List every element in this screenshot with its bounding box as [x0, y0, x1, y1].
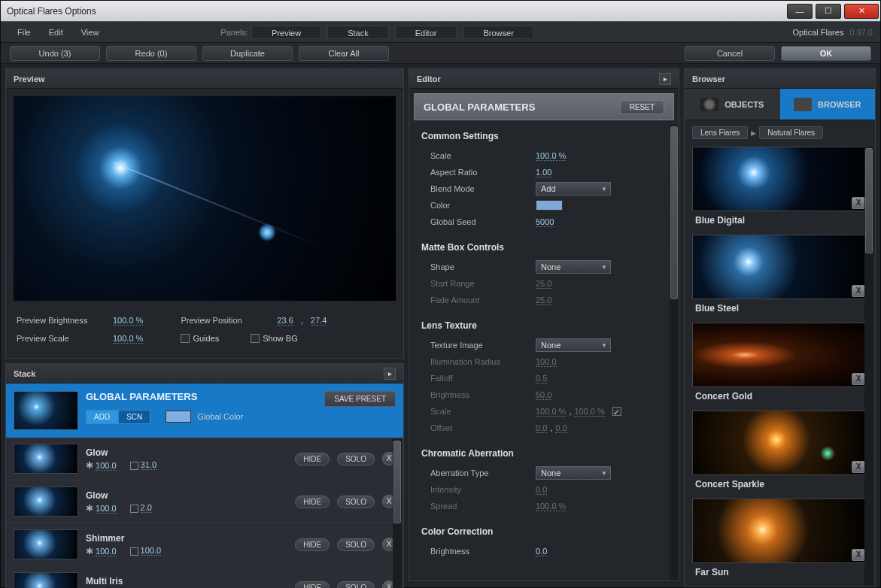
cancel-button[interactable]: Cancel [685, 46, 775, 61]
texture-select[interactable]: None [536, 338, 611, 352]
panels-label: Panels: [220, 28, 248, 37]
menu-edit[interactable]: Edit [40, 25, 72, 40]
tab-browser[interactable]: BROWSER [780, 89, 876, 120]
common-scale-value[interactable]: 100.0 % [536, 151, 566, 161]
browser-remove-button[interactable]: X [852, 549, 865, 561]
stack-item[interactable]: Multi Iris✱ 50.013.0HIDESOLOX [6, 566, 403, 588]
color-swatch[interactable] [536, 200, 563, 211]
save-preset-button[interactable]: SAVE PRESET [324, 391, 396, 407]
close-button[interactable]: ✕ [844, 4, 879, 19]
stack-global-header[interactable]: GLOBAL PARAMETERS ADD SCN Global Color S… [6, 383, 403, 438]
solo-button[interactable]: SOLO [337, 496, 375, 508]
stack-item-name: Multi Iris [86, 576, 287, 586]
seed-value[interactable]: 5000 [536, 217, 554, 227]
hide-button[interactable]: HIDE [295, 453, 330, 465]
preview-brightness-label: Preview Brightness [17, 316, 105, 325]
menu-view[interactable]: View [72, 25, 108, 40]
minimize-button[interactable]: — [787, 4, 813, 19]
fade-value[interactable]: 25.0 [536, 296, 551, 305]
preview-pos-x[interactable]: 23.6 [277, 316, 293, 326]
panel-btn-editor[interactable]: Editor [395, 26, 457, 39]
reset-button[interactable]: RESET [620, 100, 664, 114]
solo-button[interactable]: SOLO [337, 453, 375, 465]
preview-title: Preview [14, 74, 45, 83]
browser-remove-button[interactable]: X [852, 285, 865, 297]
star-icon: ✱ [86, 546, 93, 556]
redo-button[interactable]: Redo (0) [106, 46, 196, 61]
toolbar: Undo (3) Redo (0) Duplicate Clear All Ca… [1, 43, 880, 64]
tab-objects[interactable]: OBJECTS [685, 89, 780, 120]
editor-panel: Editor▸ GLOBAL PARAMETERS RESET Common S… [409, 68, 679, 581]
shape-select[interactable]: None [536, 260, 611, 274]
browser-remove-button[interactable]: X [852, 461, 865, 473]
stack-v2[interactable]: 31.0 [141, 460, 156, 470]
stack-global-thumb [14, 391, 78, 430]
solo-button[interactable]: SOLO [337, 538, 375, 551]
preview-brightness-value[interactable]: 100.0 % [113, 316, 143, 326]
stack-v1[interactable]: 100.0 [96, 461, 117, 471]
add-toggle[interactable]: ADD [86, 410, 118, 424]
maximize-button[interactable]: ☐ [816, 4, 841, 19]
browser-thumb: X [692, 235, 867, 299]
solo-button[interactable]: SOLO [337, 581, 375, 589]
hide-button[interactable]: HIDE [295, 538, 330, 551]
stack-v2[interactable]: 100.0 [141, 546, 162, 556]
guides-checkbox[interactable] [181, 334, 190, 343]
browser-item[interactable]: XConcert Sparkle [692, 411, 867, 496]
stack-thumb [14, 572, 78, 588]
aberration-select[interactable]: None [536, 466, 611, 480]
clearall-button[interactable]: Clear All [299, 46, 389, 61]
stack-item[interactable]: Shimmer✱ 100.0100.0HIDESOLOX [6, 523, 403, 566]
editor-scrollbar[interactable] [670, 125, 679, 580]
panel-btn-browser[interactable]: Browser [463, 26, 533, 39]
crumb-natural-flares[interactable]: Natural Flares [759, 126, 823, 139]
stack-v1[interactable]: 100.0 [96, 504, 117, 514]
duplicate-button[interactable]: Duplicate [202, 46, 293, 61]
browser-item-name: Far Sun [692, 563, 867, 583]
browser-title: Browser [692, 74, 725, 83]
browser-scrollbar[interactable] [864, 147, 873, 585]
stack-item[interactable]: Glow✱ 100.031.0HIDESOLOX [6, 438, 403, 480]
panel-btn-stack[interactable]: Stack [327, 26, 389, 39]
browser-remove-button[interactable]: X [852, 373, 865, 385]
browser-thumb: X [692, 323, 867, 387]
browser-item[interactable]: XBlue Steel [692, 235, 867, 320]
stack-global-title: GLOBAL PARAMETERS [86, 391, 317, 402]
stack-scrollbar[interactable] [393, 439, 402, 588]
editor-collapse-icon[interactable]: ▸ [659, 73, 671, 85]
browser-item[interactable]: XBlue Digital [692, 147, 867, 232]
undo-button[interactable]: Undo (3) [10, 46, 100, 61]
scn-toggle[interactable]: SCN [118, 410, 150, 424]
blend-select[interactable]: Add [536, 182, 611, 195]
breadcrumb: Lens Flares ▶ Natural Flares [685, 120, 875, 145]
browser-item[interactable]: XFar Sun [692, 499, 867, 583]
browser-item-name: Blue Digital [692, 211, 867, 232]
aspect-value[interactable]: 1.00 [536, 168, 551, 177]
stack-collapse-icon[interactable]: ▸ [384, 368, 396, 380]
stack-v1[interactable]: 100.0 [96, 547, 117, 556]
preview-viewport[interactable] [14, 96, 396, 301]
star-icon: ✱ [86, 460, 93, 471]
panel-btn-preview[interactable]: Preview [251, 26, 321, 39]
crumb-lens-flares[interactable]: Lens Flares [692, 126, 748, 139]
hide-button[interactable]: HIDE [295, 581, 330, 589]
app-window: Optical Flares Options — ☐ ✕ File Edit V… [0, 0, 881, 588]
showbg-checkbox[interactable] [251, 334, 260, 343]
stack-item-name: Shimmer [86, 533, 287, 544]
preview-scale-value[interactable]: 100.0 % [113, 334, 143, 344]
preview-pos-y[interactable]: 27.4 [311, 316, 327, 326]
stack-item[interactable]: Glow✱ 100.02.0HIDESOLOX [6, 480, 403, 523]
start-range-value[interactable]: 25.0 [536, 279, 551, 289]
scale-link-checkbox[interactable]: ✓ [612, 407, 621, 416]
hide-button[interactable]: HIDE [295, 496, 330, 508]
menu-file[interactable]: File [8, 25, 40, 40]
titlebar: Optical Flares Options — ☐ ✕ [1, 1, 880, 22]
browser-remove-button[interactable]: X [852, 197, 865, 209]
browser-item[interactable]: XConcert Gold [692, 323, 867, 408]
stack-v2[interactable]: 2.0 [141, 503, 152, 513]
browser-item-name: Concert Sparkle [692, 475, 867, 496]
ok-button[interactable]: OK [781, 46, 871, 61]
stack-panel: Stack▸ GLOBAL PARAMETERS ADD SCN Global … [5, 363, 404, 588]
preview-scale-label: Preview Scale [17, 334, 105, 343]
global-color-swatch[interactable] [166, 411, 191, 423]
